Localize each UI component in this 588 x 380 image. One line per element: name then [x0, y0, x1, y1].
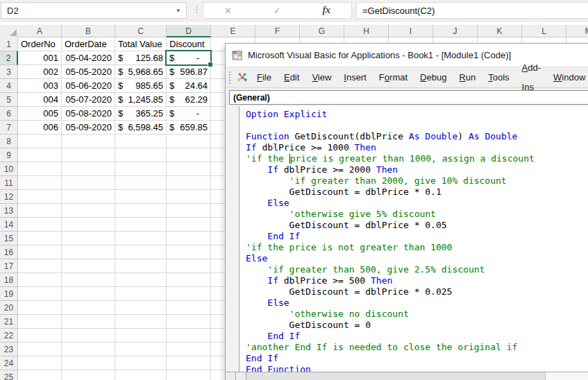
cell[interactable] [115, 176, 167, 190]
enter-icon[interactable]: ✓ [274, 6, 281, 16]
cell[interactable]: 004 [18, 93, 62, 107]
cell[interactable] [115, 232, 167, 245]
cell[interactable] [115, 329, 167, 343]
cell[interactable] [167, 315, 211, 329]
cell[interactable] [167, 162, 211, 176]
row-header-3[interactable]: 3 [0, 65, 18, 79]
cell[interactable] [18, 343, 62, 356]
row-header-12[interactable]: 12 [0, 190, 18, 204]
cell[interactable]: 005 [18, 107, 62, 121]
cell[interactable]: $62.29 [167, 93, 211, 107]
margin-indicator-bar[interactable] [226, 106, 240, 380]
cell[interactable] [167, 176, 211, 190]
cell[interactable]: $6,598.45 [115, 121, 167, 135]
cell[interactable] [167, 135, 211, 148]
cell[interactable] [18, 148, 62, 162]
cell[interactable]: $125.68 [115, 51, 167, 65]
cell[interactable] [62, 190, 115, 204]
row-header-14[interactable]: 14 [0, 218, 18, 232]
cell[interactable] [62, 176, 115, 190]
column-header-C[interactable]: C [115, 25, 167, 37]
cell[interactable] [115, 370, 167, 380]
cell[interactable] [62, 370, 115, 380]
cell[interactable]: 05-07-2020 [62, 93, 115, 107]
column-header-H[interactable]: H [344, 25, 389, 37]
row-header-6[interactable]: 6 [0, 107, 18, 121]
cell[interactable] [167, 301, 211, 315]
cell[interactable] [62, 218, 115, 232]
cell[interactable] [18, 135, 62, 148]
cell[interactable] [18, 204, 62, 218]
cell[interactable] [18, 301, 62, 315]
column-header-F[interactable]: F [255, 25, 300, 37]
cancel-icon[interactable]: ✕ [224, 6, 232, 16]
cell[interactable]: 001 [18, 51, 62, 65]
cell[interactable]: $985.65 [115, 79, 167, 93]
cell[interactable] [167, 273, 211, 287]
name-box[interactable]: D2 ▾ [1, 2, 187, 19]
row-header-10[interactable]: 10 [0, 162, 18, 176]
procedure-view-button[interactable] [226, 372, 236, 380]
select-all-button[interactable] [0, 25, 19, 38]
row-header-20[interactable]: 20 [0, 301, 18, 315]
row-header-16[interactable]: 16 [0, 245, 18, 259]
cell[interactable] [167, 232, 211, 245]
column-header-G[interactable]: G [300, 25, 344, 37]
cell[interactable] [115, 204, 167, 218]
cell[interactable]: $5,968.65 [115, 65, 167, 79]
cell[interactable] [62, 315, 115, 329]
cell[interactable]: Discount [167, 37, 211, 51]
cell[interactable]: $365.25 [115, 107, 167, 121]
formula-input[interactable]: =GetDiscount(C2) [356, 2, 588, 19]
row-header-24[interactable]: 24 [0, 356, 18, 370]
cell[interactable] [18, 245, 62, 259]
cell[interactable] [115, 162, 167, 176]
cell[interactable] [62, 287, 115, 301]
cell[interactable] [62, 329, 115, 343]
cell[interactable] [18, 176, 62, 190]
cell[interactable] [167, 343, 211, 356]
cell[interactable]: $- [167, 107, 211, 121]
column-header-A[interactable]: A [18, 25, 62, 37]
column-header-D[interactable]: D [167, 25, 211, 37]
cell[interactable]: Total Value [115, 37, 167, 51]
column-header-J[interactable]: J [433, 25, 478, 37]
cell[interactable] [62, 204, 115, 218]
row-header-13[interactable]: 13 [0, 204, 18, 218]
formula-bar-grip[interactable]: ⋮ [192, 4, 201, 15]
column-header-E[interactable]: E [211, 25, 255, 37]
menu-grip-handle[interactable] [229, 71, 230, 84]
row-header-15[interactable]: 15 [0, 232, 18, 245]
cell[interactable] [167, 190, 211, 204]
cell[interactable]: 006 [18, 121, 62, 135]
horizontal-scrollbar[interactable] [226, 372, 588, 380]
row-header-17[interactable]: 17 [0, 259, 18, 273]
cell[interactable]: 05-04-2020 [62, 51, 115, 65]
cell[interactable] [62, 273, 115, 287]
cell[interactable] [62, 232, 115, 245]
cell[interactable] [167, 370, 211, 380]
row-header-21[interactable]: 21 [0, 315, 18, 329]
cell[interactable] [18, 232, 62, 245]
cell[interactable] [115, 148, 167, 162]
cell[interactable]: 05-06-2020 [62, 79, 115, 93]
menu-edit[interactable]: Edit [278, 68, 305, 87]
insert-function-icon[interactable]: fx [322, 5, 330, 16]
row-header-8[interactable]: 8 [0, 135, 18, 148]
cell[interactable] [18, 315, 62, 329]
row-header-9[interactable]: 9 [0, 148, 18, 162]
cell[interactable] [115, 245, 167, 259]
cell[interactable] [62, 343, 115, 356]
cell[interactable]: 05-09-2020 [62, 121, 115, 135]
name-box-dropdown-icon[interactable]: ▾ [176, 7, 186, 14]
cell[interactable] [62, 245, 115, 259]
cell[interactable] [18, 287, 62, 301]
cell[interactable] [115, 315, 167, 329]
cell[interactable] [62, 301, 115, 315]
row-header-23[interactable]: 23 [0, 343, 18, 356]
full-module-view-button[interactable] [236, 372, 246, 380]
row-header-4[interactable]: 4 [0, 79, 18, 93]
row-header-7[interactable]: 7 [0, 121, 18, 135]
cell[interactable] [167, 356, 211, 370]
menu-debug[interactable]: Debug [414, 68, 453, 87]
